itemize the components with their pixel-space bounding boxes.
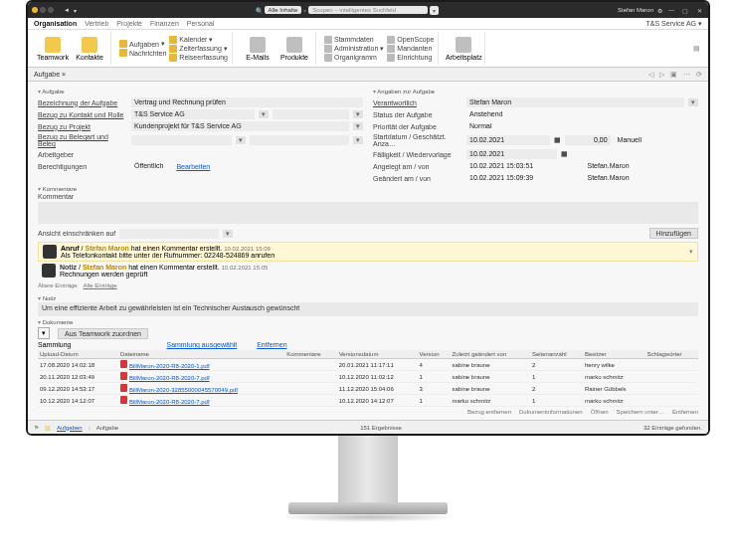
dd-rolle[interactable]: ▾ [353, 110, 363, 118]
sammlung-tab[interactable]: Sammlung ausgewählt [166, 341, 237, 348]
field-startdatum[interactable]: 10.02.2021 [466, 135, 550, 145]
field-projekt[interactable]: Kundenprojekt für T&S Service AG [131, 121, 349, 131]
notiz-text[interactable]: Um eine effiziente Arbeit zu gewährleist… [38, 302, 698, 316]
field-status[interactable]: Anstehend [466, 109, 698, 119]
field-faellig[interactable]: 10.02.2021 [466, 149, 557, 159]
ribbon-stammdaten[interactable]: Stammdaten [324, 36, 384, 44]
action-speichern[interactable]: Speichern unter… [617, 409, 664, 415]
close-button[interactable]: ✕ [694, 7, 704, 14]
more-icon[interactable]: ⋯ [683, 71, 690, 79]
table-row[interactable]: 10.12.2020 14:12:07BillMaron-2020-R8-202… [38, 395, 698, 407]
calendar-icon[interactable]: ▦ [561, 150, 568, 158]
add-doc-button[interactable]: ▾ [38, 327, 50, 339]
section-dokumente[interactable]: Dokumente [38, 318, 698, 325]
table-row[interactable]: 17.08.2020 14:02:18BillMaron-2020-R8-202… [38, 359, 698, 371]
col-schlag[interactable]: Schlagwörter [645, 350, 698, 359]
section-notiz[interactable]: Notiz [38, 294, 698, 301]
field-aufwand[interactable]: 0,00 [565, 135, 610, 145]
dd-beleg[interactable]: ▾ [353, 136, 363, 144]
col-upload[interactable]: Upload-Datum [38, 350, 118, 359]
dd-belegart[interactable]: ▾ [236, 136, 246, 144]
filter-dropdown[interactable] [119, 229, 219, 239]
link-bearbeiten[interactable]: Bearbeiten [176, 163, 210, 170]
maximize-button[interactable]: ▢ [680, 7, 690, 14]
tab-vertrieb[interactable]: Vertrieb [85, 20, 108, 27]
popout-icon[interactable]: ▣ [670, 71, 677, 79]
table-row[interactable]: 20.11.2020 12:03:49BillMaron-2020-R8-202… [38, 371, 698, 383]
field-belegart[interactable] [131, 135, 232, 145]
tab-finanzen[interactable]: Finanzen [150, 20, 179, 27]
ribbon-administration[interactable]: Administration ▾ [324, 45, 384, 53]
current-user[interactable]: Stefan Maron [618, 7, 653, 13]
field-bezeichnung[interactable]: Vertrag und Rechnung prüfen [131, 97, 363, 107]
ribbon-mandanten[interactable]: Mandanten [387, 45, 434, 53]
ribbon-kalender[interactable]: Kalender ▾ [169, 36, 228, 44]
nav-next-icon[interactable]: ▷ [659, 71, 664, 79]
action-entfernen[interactable]: Entfernen [672, 409, 698, 415]
field-rolle[interactable] [273, 109, 349, 119]
minimize-button[interactable]: — [666, 7, 676, 13]
calendar-icon[interactable]: ▦ [554, 136, 561, 144]
doc-tab-aufgabe[interactable]: Aufgabe × [34, 71, 66, 78]
all-entries-link[interactable]: Alle Einträge [84, 282, 117, 288]
entfernen-link[interactable]: Entfernen [257, 341, 286, 348]
ribbon-nachrichten[interactable]: Nachrichten [119, 49, 166, 57]
ribbon-collapse-icon[interactable]: ▤ [693, 45, 700, 53]
file-link[interactable]: BillMaron-2020-32855000045570049.pdf [129, 387, 238, 393]
status-flag-icon[interactable]: ⚑ [34, 424, 39, 431]
section-kommentare[interactable]: Kommentare [38, 185, 698, 192]
ribbon-zeiterfassung[interactable]: Zeiterfassung ▾ [169, 45, 228, 53]
col-zuletzt[interactable]: Zuletzt geändert von [451, 350, 530, 359]
ribbon-einrichtung[interactable]: Einrichtung [387, 54, 434, 62]
action-oeffnen[interactable]: Öffnen [591, 409, 609, 415]
entry-menu-icon[interactable]: ▾ [689, 248, 693, 256]
tab-projekte[interactable]: Projekte [116, 20, 142, 27]
col-version[interactable]: Version [418, 350, 451, 359]
ribbon-organigramm[interactable]: Organigramm [324, 54, 384, 62]
nav-prev-icon[interactable]: ◁ [648, 71, 653, 79]
context-company[interactable]: T&S Service AG ▾ [645, 20, 702, 28]
col-kommentare[interactable]: Kommentare [284, 350, 337, 359]
action-dokumentinfo[interactable]: Dokumentinformationen [519, 409, 583, 415]
tab-organisation[interactable]: Organisation [34, 20, 77, 27]
dd-filter[interactable]: ▾ [223, 230, 233, 238]
file-link[interactable]: BillMaron-2020-R8-2020-7.pdf [129, 375, 210, 381]
add-comment-button[interactable]: Hinzufügen [649, 228, 698, 239]
dd-kontakt[interactable]: ▾ [259, 110, 269, 118]
status-chart-icon[interactable]: ▥ [45, 424, 51, 431]
col-seiten[interactable]: Seitenanzahl [530, 350, 583, 359]
section-aufgabe[interactable]: Aufgabe [38, 88, 363, 94]
col-dateiname[interactable]: Dateiname [118, 350, 284, 359]
ribbon-aufgaben[interactable]: Aufgaben ▾ [119, 40, 166, 48]
dd-projekt[interactable]: ▾ [353, 122, 363, 130]
action-bezug-entfernen[interactable]: Bezug entfernen [467, 409, 511, 415]
tab-personal[interactable]: Personal [187, 20, 215, 27]
settings-icon[interactable]: ⚙ [657, 7, 662, 14]
comment-textarea[interactable] [38, 202, 698, 224]
field-beleg[interactable] [250, 135, 350, 145]
field-verantwortlich[interactable]: Stefan Maron [466, 97, 684, 107]
older-entries[interactable]: Ältere Einträge [38, 282, 78, 288]
ribbon-emails[interactable]: E-Mails [241, 37, 275, 61]
col-besitzer[interactable]: Besitzer [583, 350, 645, 359]
aus-teamwork-button[interactable]: Aus Teamwork zuordnen [58, 328, 148, 339]
search-input[interactable]: Scopen – intelligentes Suchfeld [308, 6, 428, 14]
breadcrumb-aufgaben[interactable]: Aufgaben [57, 425, 83, 431]
ribbon-arbeitsplatz[interactable]: Arbeitsplatz [447, 37, 480, 61]
ribbon-teamwork[interactable]: Teamwork [36, 37, 70, 61]
file-link[interactable]: BillMaron-2020-R8-2020-7.pdf [129, 399, 210, 405]
history-back-icon[interactable]: ◄ [64, 7, 70, 13]
col-versionsdatum[interactable]: Versionsdatum [337, 350, 418, 359]
ribbon-kontakte[interactable]: Kontakte [73, 37, 106, 61]
ribbon-openscope[interactable]: OpenScope [387, 36, 434, 44]
dd-verantwortlich[interactable]: ▾ [688, 98, 698, 106]
table-row[interactable]: 09.12.2020 14:53:17BillMaron-2020-328550… [38, 383, 698, 395]
ribbon-reiseerfassung[interactable]: Reiseerfassung [169, 54, 228, 62]
field-kontakt[interactable]: T&S Service AG [131, 109, 255, 119]
refresh-icon[interactable]: ⟳ [696, 71, 702, 79]
section-angaben[interactable]: Angaben zur Aufgabe [373, 88, 698, 94]
field-prio[interactable]: Normal [466, 121, 698, 131]
ribbon-produkte[interactable]: Produkte [277, 37, 311, 61]
search-scope[interactable]: Alle Inhalte [265, 6, 302, 14]
file-link[interactable]: BillMaron-2020-R8-2020-1.pdf [129, 363, 210, 369]
